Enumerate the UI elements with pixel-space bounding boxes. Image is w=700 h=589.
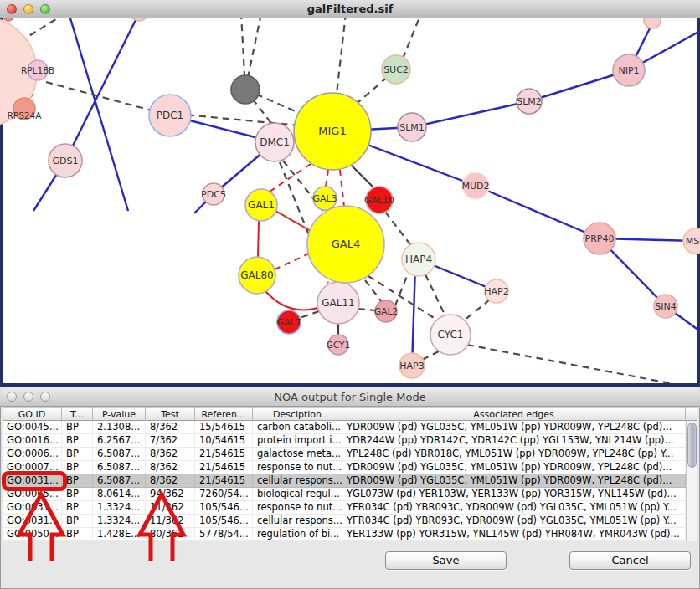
network-window: galFiltered.sif RPL18BRPS24AGDS1PDC1PDC5… (0, 0, 700, 387)
cell-p-value: 1.3324... (93, 501, 146, 515)
node-label-SIN4: SIN4 (655, 301, 676, 312)
node-label-GAL7: GAL7 (276, 317, 301, 328)
table-row[interactable]: GO:0065...BP8.0614...94/3627260/54...bio… (3, 488, 686, 501)
edge-red (258, 221, 259, 258)
noa-window-title: NOA output for Single Mode (0, 391, 700, 403)
cell-p-value: 2.1308... (93, 421, 146, 434)
cell-go-id: GO:0031... (3, 501, 62, 515)
cell-associated-edges: YDR244W (pp) YDR142C, YDR142C (pp) YGL15… (342, 434, 686, 448)
network-titlebar[interactable]: galFiltered.sif (0, 0, 700, 18)
node-label-GAL2: GAL2 (374, 306, 398, 316)
column-header-test[interactable]: Test (146, 407, 195, 421)
cell-t-: BP (62, 448, 93, 461)
node-label-GAL3: GAL3 (312, 193, 337, 204)
table-row[interactable]: GO:0050...BP1.428E...80/3625778/54...reg… (3, 528, 686, 541)
cell-p-value: 8.0614... (93, 488, 146, 501)
column-header-go-id[interactable]: GO ID (3, 407, 62, 421)
cell-t-: BP (62, 421, 93, 434)
node-label-HAP3: HAP3 (399, 361, 424, 371)
node-label-CYC1: CYC1 (438, 329, 464, 341)
cell-t-: BP (62, 528, 93, 541)
cell-desciption: galactose meta... (253, 448, 342, 461)
column-header-p-value[interactable]: P-value (93, 407, 146, 421)
node-label-MSN: MSN (686, 236, 700, 247)
node-label-RPL18B: RPL18B (21, 65, 54, 75)
table-row[interactable]: GO:0007...BP6.5087...8/36221/54615respon… (3, 461, 686, 474)
cancel-button[interactable]: Cancel (569, 551, 691, 570)
cell-associated-edges: YFR034C (pd) YBR093C, YDR009W (pd) YGL03… (342, 501, 686, 515)
cell-test: 80/362 (146, 528, 195, 541)
node-label-GAL80: GAL80 (240, 269, 273, 281)
table-row[interactable]: GO:0016...BP6.2567...7/36210/54615protei… (3, 434, 686, 448)
cell-test: 11/362 (146, 515, 195, 528)
node-label-RPS24A: RPS24A (8, 110, 43, 120)
cell-p-value: 6.5087... (93, 448, 146, 461)
vertical-scrollbar[interactable] (686, 421, 697, 541)
scrollbar-thumb[interactable] (687, 423, 697, 468)
column-header-stub (686, 407, 697, 421)
cell-go-id: GO:0006... (3, 448, 62, 461)
cell-t-: BP (62, 488, 93, 501)
node-top-cut-2[interactable] (644, 18, 661, 28)
cell-desciption: cellular respons... (253, 515, 342, 528)
noa-titlebar[interactable]: NOA output for Single Mode (0, 387, 700, 407)
cell-t-: BP (62, 515, 93, 528)
cell-go-id: GO:0016... (3, 434, 62, 448)
node-label-MUD2: MUD2 (461, 181, 489, 192)
cell-referen-: 7260/54... (195, 488, 253, 501)
node-label-SLM2: SLM2 (517, 96, 542, 107)
cell-associated-edges: YDR009W (pd) YGL035C, YML051W (pp) YDR00… (342, 461, 686, 474)
cell-desciption: carbon cataboli... (253, 421, 342, 434)
node-label-PRP40: PRP40 (585, 233, 615, 244)
column-header-associated-edges[interactable]: Associated edges (342, 407, 686, 421)
cell-go-id: GO:0050... (3, 528, 62, 541)
cell-desciption: response to nut... (253, 461, 342, 474)
cell-test: 8/362 (146, 461, 195, 474)
node-label-GDS1: GDS1 (53, 156, 79, 166)
cell-desciption: biological regul... (253, 488, 342, 501)
cell-p-value: 6.5087... (93, 461, 146, 474)
cell-referen-: 105/546... (195, 515, 253, 528)
cell-referen-: 21/54615 (195, 461, 253, 474)
node-label-PDC1: PDC1 (157, 110, 184, 121)
cell-associated-edges: YGL073W (pd) YER103W, YER133W (pp) YOR31… (342, 488, 686, 501)
save-button[interactable]: Save (385, 551, 507, 570)
cell-referen-: 21/54615 (195, 448, 253, 461)
cell-test: 7/362 (146, 434, 195, 448)
cell-t-: BP (62, 501, 93, 515)
table-row[interactable]: GO:0031...BP1.3324...11/362105/546...res… (3, 501, 686, 515)
cell-test: 8/362 (146, 474, 195, 488)
cell-go-id: GO:0045... (3, 421, 62, 434)
cell-test: 11/362 (146, 501, 195, 515)
cell-desciption: protein import i... (253, 434, 342, 448)
cell-desciption: response to nut... (253, 501, 342, 515)
node-label-SUC2: SUC2 (383, 64, 409, 75)
node-label-GAL4: GAL4 (332, 238, 360, 250)
table-row[interactable]: GO:0006...BP6.5087...8/36221/54615galact… (3, 448, 686, 461)
cell-test: 8/362 (146, 448, 195, 461)
node-label-GAL11: GAL11 (322, 297, 354, 309)
node-label-NIP1: NIP1 (618, 65, 639, 76)
network-canvas[interactable]: RPL18BRPS24AGDS1PDC1PDC5DMC1MIG1SUC2SLM1… (0, 18, 700, 383)
column-header-t-[interactable]: T... (62, 407, 93, 421)
node-label-MIG1: MIG1 (318, 125, 346, 137)
cell-referen-: 10/54615 (195, 434, 253, 448)
annotation-highlight-box (2, 471, 67, 491)
column-header-referen-[interactable]: Referen... (195, 407, 253, 421)
node-gray-node[interactable] (231, 75, 260, 104)
cell-t-: BP (62, 461, 93, 474)
cell-test: 8/362 (146, 421, 195, 434)
node-label-HAP4: HAP4 (405, 254, 432, 265)
cell-associated-edges: YDR009W (pd) YGL035C, YML051W (pp) YDR00… (342, 421, 686, 434)
cell-p-value: 1.3324... (93, 515, 146, 528)
cell-associated-edges: YFR034C (pd) YBR093C, YDR009W (pd) YGL03… (342, 515, 686, 528)
table-row[interactable]: GO:0031...BP6.5087...8/36221/54615cellul… (3, 474, 686, 488)
table-body: GO:0045...BP2.1308...8/36215/54615carbon… (3, 421, 686, 541)
cell-go-id: GO:0031... (3, 515, 62, 528)
canvas-background (3, 18, 697, 383)
cell-referen-: 15/54615 (195, 421, 253, 434)
table-row[interactable]: GO:0045...BP2.1308...8/36215/54615carbon… (3, 421, 686, 434)
column-header-desciption[interactable]: Desciption (253, 407, 342, 421)
cell-referen-: 105/546... (195, 501, 253, 515)
table-row[interactable]: GO:0031...BP1.3324...11/362105/546...cel… (3, 515, 686, 528)
